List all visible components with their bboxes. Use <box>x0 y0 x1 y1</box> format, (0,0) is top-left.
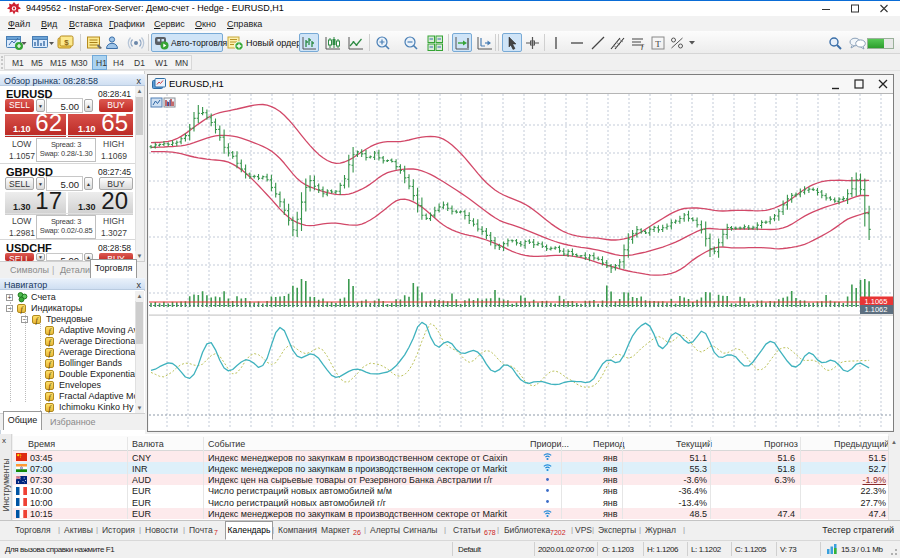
svg-text:f: f <box>641 43 645 51</box>
svg-text:$: $ <box>64 38 69 47</box>
svg-text:T: T <box>655 39 661 49</box>
svg-text:1.1062: 1.1062 <box>865 305 888 314</box>
svg-text:1.1065: 1.1065 <box>865 297 888 306</box>
